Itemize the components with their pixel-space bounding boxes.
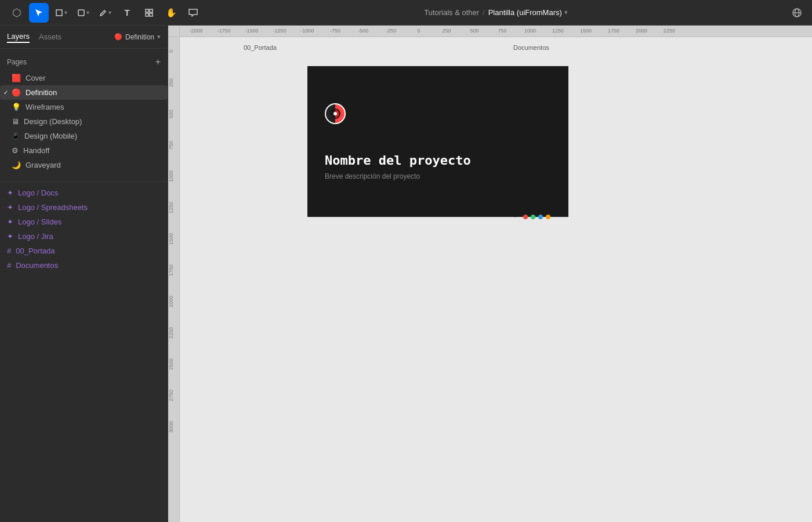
text-tool[interactable]: T xyxy=(117,3,137,23)
dot-blue xyxy=(538,215,543,219)
ruler-tick--1250: -1250 xyxy=(266,28,293,34)
design-mobile-label: Design (Mobile) xyxy=(24,132,77,140)
layer-logo-docs[interactable]: ✦ Logo / Docs xyxy=(0,186,168,200)
page-item-definition[interactable]: ✓ 🔴 Definition xyxy=(0,85,168,100)
graveyard-icon: 🌙 xyxy=(12,161,21,169)
breadcrumb: Tutorials & other / Plantilla (uiFromMar… xyxy=(203,8,789,17)
globe-button[interactable] xyxy=(789,5,805,21)
ruler-tick-0: 0 xyxy=(405,28,433,34)
frame-tool[interactable]: ▾ xyxy=(51,3,71,23)
ruler-v-tick-750: 750 xyxy=(168,140,174,150)
dots-label: ··· xyxy=(513,214,518,220)
documentos-frame-label: Documentos xyxy=(513,44,549,51)
layer-portada-label: 00_Portada xyxy=(16,246,55,255)
ruler-tick--250: -250 xyxy=(377,28,405,34)
svg-rect-2 xyxy=(146,9,148,12)
layer-logo-spreadsheets[interactable]: ✦ Logo / Spreadsheets xyxy=(0,200,168,215)
ruler-top-numbers: -2000 -1750 -1500 -1250 -1000 -750 -500 … xyxy=(180,28,683,35)
page-item-wireframes[interactable]: 💡 Wireframes xyxy=(0,100,168,114)
component-marker-spreadsheets: ✦ xyxy=(7,203,13,212)
project-name-label: Plantilla (uiFromMars) xyxy=(488,8,562,17)
page-item-design-mobile[interactable]: 📱 Design (Mobile) xyxy=(0,129,168,143)
toolbar-right xyxy=(789,5,805,21)
toolbar: ⬡ ▾ ▾ ▾ T xyxy=(0,0,812,26)
layer-logo-spreadsheets-label: Logo / Spreadsheets xyxy=(18,203,88,212)
frame-marker-documentos: # xyxy=(7,261,11,270)
text-icon: T xyxy=(124,8,129,17)
layer-portada[interactable]: # 00_Portada xyxy=(0,244,168,258)
frame-chevron: ▾ xyxy=(64,9,67,16)
ruler-v-tick-1750: 1750 xyxy=(168,265,174,276)
wireframes-icon: 💡 xyxy=(12,103,21,111)
layer-logo-docs-label: Logo / Docs xyxy=(18,188,58,197)
dot-yellow xyxy=(546,215,550,219)
project-name[interactable]: Plantilla (uiFromMars) ▾ xyxy=(488,8,568,17)
check-icon: ✓ xyxy=(3,89,8,96)
move-tool[interactable] xyxy=(29,3,49,23)
comment-tool[interactable] xyxy=(183,3,203,23)
ruler-tick-750: 750 xyxy=(488,28,516,34)
hand-tool[interactable]: ✋ xyxy=(161,3,181,23)
portada-title: Nombre del proyecto xyxy=(325,153,551,168)
sidebar-divider xyxy=(0,182,168,182)
portada-logo xyxy=(325,103,346,124)
current-page-indicator[interactable]: 🔴 Definition ▾ xyxy=(114,33,161,41)
component-icon xyxy=(145,9,153,17)
main-area: Layers Assets 🔴 Definition ▾ Pages + 🟥 C… xyxy=(0,26,812,522)
pen-chevron: ▾ xyxy=(108,9,111,16)
layer-documentos[interactable]: # Documentos xyxy=(0,258,168,273)
page-item-handoff[interactable]: ⚙ Handoff xyxy=(0,143,168,158)
layers-list: ✦ Logo / Docs ✦ Logo / Spreadsheets ✦ Lo… xyxy=(0,186,168,273)
ruler-left: 0 250 500 750 1000 1250 1500 1750 2000 2… xyxy=(168,37,180,522)
app-logo[interactable]: ⬡ xyxy=(7,3,27,23)
design-desktop-label: Design (Desktop) xyxy=(24,117,82,126)
ruler-v-tick-500: 500 xyxy=(168,108,174,119)
ruler-v-tick-1250: 1250 xyxy=(168,202,174,213)
design-desktop-icon: 🖥 xyxy=(12,117,19,126)
canvas-content[interactable]: 00_Portada Nombre del proyecto Breve des… xyxy=(180,37,812,522)
frame-icon xyxy=(55,9,63,17)
page-item-cover[interactable]: 🟥 Cover xyxy=(0,71,168,85)
ruler-v-tick-1500: 1500 xyxy=(168,234,174,244)
layer-logo-slides-label: Logo / Slides xyxy=(18,217,61,226)
page-item-design-desktop[interactable]: 🖥 Design (Desktop) xyxy=(0,114,168,129)
ruler-tick-1750: 1750 xyxy=(600,28,628,34)
svg-rect-3 xyxy=(150,9,153,12)
ruler-tick--1500: -1500 xyxy=(238,28,266,34)
layer-logo-slides[interactable]: ✦ Logo / Slides xyxy=(0,215,168,229)
page-item-graveyard[interactable]: 🌙 Graveyard xyxy=(0,158,168,172)
sidebar: Layers Assets 🔴 Definition ▾ Pages + 🟥 C… xyxy=(0,26,168,522)
ruler-corner xyxy=(168,26,180,37)
component-tool[interactable] xyxy=(139,3,159,23)
ruler-v-tick-1000: 1000 xyxy=(168,171,174,182)
cover-label: Cover xyxy=(26,74,46,82)
portada-frame[interactable]: Nombre del proyecto Breve descripción de… xyxy=(307,66,568,217)
sidebar-tabs: Layers Assets 🔴 Definition ▾ xyxy=(0,26,168,49)
tab-layers[interactable]: Layers xyxy=(7,31,30,43)
frame-dots-container: ··· xyxy=(513,214,550,220)
portada-frame-label: 00_Portada xyxy=(244,44,277,51)
pen-icon xyxy=(99,9,107,17)
shape-tool[interactable]: ▾ xyxy=(73,3,93,23)
pen-tool[interactable]: ▾ xyxy=(95,3,115,23)
canvas-wrapper: -2000 -1750 -1500 -1250 -1000 -750 -500 … xyxy=(168,26,812,522)
ruler-tick-2000: 2000 xyxy=(628,28,655,34)
ruler-tick--1750: -1750 xyxy=(210,28,238,34)
tab-assets[interactable]: Assets xyxy=(39,31,61,42)
canvas-scroll[interactable]: 0 250 500 750 1000 1250 1500 1750 2000 2… xyxy=(168,37,812,522)
handoff-icon: ⚙ xyxy=(12,146,19,155)
pages-section: Pages + 🟥 Cover ✓ 🔴 Definition 💡 Wirefra… xyxy=(0,49,168,178)
layer-logo-jira[interactable]: ✦ Logo / Jira xyxy=(0,229,168,244)
current-page-label: Definition xyxy=(125,33,154,41)
ruler-v-tick-3000: 3000 xyxy=(168,422,174,432)
current-page-chevron: ▾ xyxy=(157,33,161,41)
comment-icon xyxy=(188,9,198,17)
add-page-button[interactable]: + xyxy=(155,57,161,67)
move-icon xyxy=(34,8,44,17)
svg-rect-0 xyxy=(56,10,62,16)
definition-label: Definition xyxy=(26,88,57,97)
svg-point-10 xyxy=(334,112,337,115)
component-marker-jira: ✦ xyxy=(7,232,13,241)
graveyard-label: Graveyard xyxy=(26,161,61,169)
ruler-tick--1000: -1000 xyxy=(293,28,321,34)
